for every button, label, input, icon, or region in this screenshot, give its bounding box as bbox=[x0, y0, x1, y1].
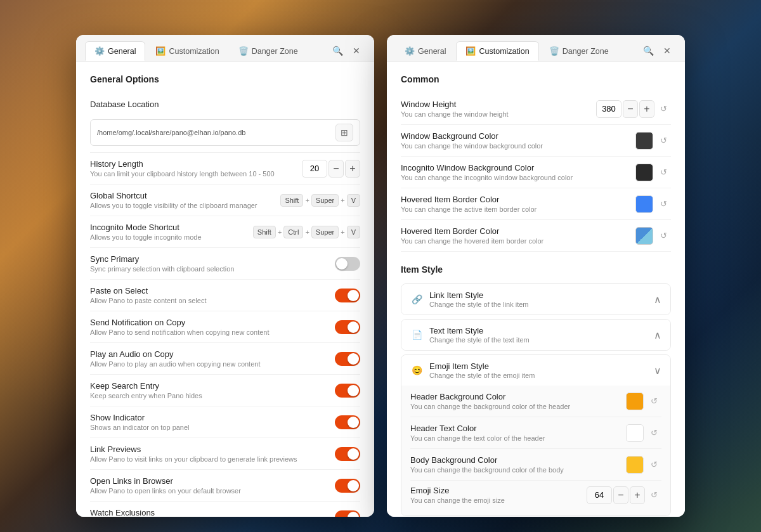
hovered-border1-swatch[interactable] bbox=[635, 195, 653, 213]
emoji-item-style-header[interactable]: 😊 Emoji Item Style Change the style of t… bbox=[401, 355, 670, 386]
setting-sync-primary: Sync Primary Sync primary selection with… bbox=[90, 248, 360, 280]
emoji-item-style-title: Emoji Item Style bbox=[429, 361, 535, 371]
header-text-color-desc: You can change the text color of the hea… bbox=[410, 434, 620, 442]
paste-on-select-toggle[interactable] bbox=[335, 289, 360, 302]
emoji-size-decrease[interactable]: − bbox=[613, 486, 628, 504]
window-bg-color-label: Window Background Color bbox=[401, 131, 629, 141]
play-audio-toggle[interactable] bbox=[335, 352, 360, 366]
setting-window-bg-color: Window Background Color You can change t… bbox=[401, 125, 671, 157]
left-tab-bar: ⚙️ General 🖼️ Customization 🗑️ Danger Zo… bbox=[76, 35, 374, 62]
left-search-button[interactable]: 🔍 bbox=[328, 42, 346, 60]
left-close-button[interactable]: ✕ bbox=[348, 42, 365, 60]
window-bg-color-swatch[interactable] bbox=[635, 132, 653, 150]
history-length-increase[interactable]: + bbox=[345, 160, 360, 178]
hovered-border2-control: ↺ bbox=[635, 227, 671, 245]
window-height-label: Window Height bbox=[401, 100, 590, 109]
play-audio-desc: Allow Pano to play an audio when copying… bbox=[90, 360, 328, 368]
header-bg-color-swatch[interactable] bbox=[626, 393, 644, 410]
header-bg-color-label: Header Background Color bbox=[410, 392, 620, 401]
show-indicator-toggle[interactable] bbox=[335, 415, 360, 429]
header-text-color-row: Header Text Color You can change the tex… bbox=[410, 417, 661, 449]
play-audio-label: Play an Audio on Copy bbox=[90, 349, 328, 359]
send-notification-toggle[interactable] bbox=[335, 320, 360, 334]
gear-icon: ⚙️ bbox=[94, 46, 105, 56]
setting-keep-search: Keep Search Entry Keep search entry when… bbox=[90, 375, 360, 406]
text-item-chevron[interactable]: ∧ bbox=[654, 329, 661, 341]
emoji-icon: 😊 bbox=[410, 364, 423, 377]
left-tab-danger[interactable]: 🗑️ Danger Zone bbox=[230, 42, 307, 60]
right-close-button[interactable]: ✕ bbox=[658, 42, 676, 60]
history-length-decrease[interactable]: − bbox=[328, 160, 344, 178]
body-bg-color-reset[interactable]: ↺ bbox=[646, 457, 661, 472]
hovered-border2-swatch[interactable] bbox=[635, 227, 653, 245]
incognito-bg-reset[interactable]: ↺ bbox=[656, 165, 671, 180]
window-height-increase[interactable]: + bbox=[639, 100, 654, 118]
setting-watch-exclusions: Watch Exclusions When enabled, Pano will… bbox=[90, 502, 360, 517]
link-item-style-title: Link Item Style bbox=[429, 290, 529, 300]
history-length-value: 20 bbox=[302, 160, 327, 178]
window-bg-color-control: ↺ bbox=[635, 132, 671, 150]
setting-hovered-border1: Hovered Item Border Color You can change… bbox=[401, 188, 671, 220]
keep-search-desc: Keep search entry when Pano hides bbox=[90, 392, 328, 399]
text-icon: 📄 bbox=[410, 328, 423, 341]
link-icon: 🔗 bbox=[410, 293, 423, 306]
body-bg-color-label: Body Background Color bbox=[410, 455, 620, 465]
right-search-button[interactable]: 🔍 bbox=[639, 42, 657, 60]
header-text-color-control: ↺ bbox=[626, 424, 661, 442]
emoji-size-label: Emoji Size bbox=[410, 486, 580, 495]
link-previews-desc: Allow Pano to visit links on your clipbo… bbox=[90, 455, 328, 463]
text-item-style-desc: Change the style of the text item bbox=[429, 336, 530, 344]
global-shortcut-control: Shift + Super + V bbox=[280, 194, 360, 207]
body-bg-color-control: ↺ bbox=[626, 456, 661, 474]
emoji-size-increase[interactable]: + bbox=[630, 486, 645, 504]
body-bg-color-row: Body Background Color You can change the… bbox=[410, 449, 661, 481]
hovered-border2-reset[interactable]: ↺ bbox=[656, 228, 671, 243]
watch-exclusions-toggle[interactable] bbox=[335, 510, 360, 517]
emoji-size-reset[interactable]: ↺ bbox=[646, 488, 661, 503]
incognito-bg-swatch[interactable] bbox=[635, 164, 653, 181]
window-height-reset[interactable]: ↺ bbox=[656, 101, 671, 117]
text-item-style-header[interactable]: 📄 Text Item Style Change the style of th… bbox=[401, 320, 670, 350]
link-item-style-header[interactable]: 🔗 Link Item Style Change the style of th… bbox=[401, 284, 670, 315]
keep-search-toggle[interactable] bbox=[335, 384, 360, 398]
header-text-color-label: Header Text Color bbox=[410, 424, 620, 433]
hovered-border1-desc: You can change the active item border co… bbox=[401, 205, 629, 213]
db-copy-button[interactable]: ⊞ bbox=[335, 124, 353, 141]
left-tab-customization[interactable]: 🖼️ Customization bbox=[146, 42, 228, 60]
sync-primary-label: Sync Primary bbox=[90, 254, 328, 264]
link-item-chevron[interactable]: ∧ bbox=[654, 294, 661, 306]
header-bg-color-reset[interactable]: ↺ bbox=[646, 394, 661, 409]
common-title: Common bbox=[401, 74, 671, 84]
header-bg-color-row: Header Background Color You can change t… bbox=[410, 386, 661, 417]
item-style-title: Item Style bbox=[401, 264, 671, 275]
open-links-toggle[interactable] bbox=[335, 479, 360, 493]
right-tab-general[interactable]: ⚙️ General bbox=[396, 42, 455, 60]
hovered-border1-label: Hovered Item Border Color bbox=[401, 195, 629, 204]
sync-primary-toggle[interactable] bbox=[335, 257, 360, 271]
hovered-border1-reset[interactable]: ↺ bbox=[656, 197, 671, 212]
setting-history-length: History Length You can limit your clipbo… bbox=[90, 153, 360, 185]
link-previews-label: Link Previews bbox=[90, 444, 328, 454]
right-tab-customization[interactable]: 🖼️ Customization bbox=[456, 41, 538, 61]
header-text-color-reset[interactable]: ↺ bbox=[646, 425, 661, 441]
link-previews-toggle[interactable] bbox=[335, 447, 360, 461]
window-bg-color-reset[interactable]: ↺ bbox=[656, 133, 671, 148]
left-window-content: General Options Database Location /home/… bbox=[76, 62, 374, 517]
emoji-item-style-desc: Change the style of the emoji item bbox=[429, 372, 535, 379]
setting-incognito-shortcut: Incognito Mode Shortcut Allows you to to… bbox=[90, 216, 360, 248]
trash-icon: 🗑️ bbox=[238, 46, 249, 56]
header-text-color-swatch[interactable] bbox=[626, 424, 644, 442]
setting-global-shortcut: Global Shortcut Allows you to toggle vis… bbox=[90, 185, 360, 216]
emoji-item-chevron[interactable]: ∨ bbox=[654, 365, 661, 377]
history-length-desc: You can limit your clipboard history len… bbox=[90, 170, 296, 178]
setting-link-previews: Link Previews Allow Pano to visit links … bbox=[90, 438, 360, 470]
left-tab-general[interactable]: ⚙️ General bbox=[85, 41, 145, 61]
right-tab-danger[interactable]: 🗑️ Danger Zone bbox=[540, 42, 618, 60]
incognito-shortcut-desc: Allows you to toggle incognito mode bbox=[90, 233, 247, 241]
body-bg-color-swatch[interactable] bbox=[626, 456, 644, 474]
history-length-control: 20 − + bbox=[302, 160, 360, 178]
show-indicator-label: Show Indicator bbox=[90, 413, 328, 422]
sync-primary-desc: Sync primary selection with clipboard se… bbox=[90, 265, 328, 273]
open-links-desc: Allow Pano to open links on your default… bbox=[90, 487, 328, 495]
window-height-decrease[interactable]: − bbox=[623, 100, 638, 118]
